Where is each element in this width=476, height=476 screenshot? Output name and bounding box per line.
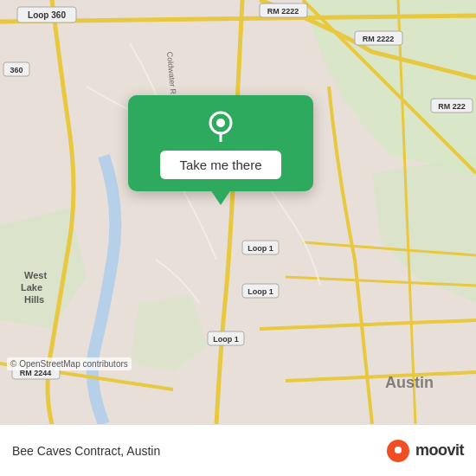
svg-text:Lake: Lake [21, 282, 42, 293]
moovit-pin-icon [386, 439, 410, 463]
svg-text:Loop 1: Loop 1 [248, 287, 273, 296]
moovit-logo: moovit [386, 439, 464, 463]
svg-text:Hills: Hills [24, 294, 44, 305]
bottom-bar: Bee Caves Contract, Austin moovit [0, 424, 476, 476]
svg-point-37 [395, 447, 402, 453]
svg-text:Austin: Austin [385, 374, 434, 391]
popup-card[interactable]: Take me there [128, 95, 313, 191]
map-container: Loop 360 RM 2222 RM 2222 RM 222 360 Loop… [0, 0, 476, 424]
svg-point-35 [216, 119, 225, 127]
take-me-there-button[interactable]: Take me there [160, 151, 280, 179]
moovit-text: moovit [415, 441, 464, 460]
svg-text:RM 222: RM 222 [438, 102, 466, 111]
svg-text:West: West [24, 270, 47, 280]
location-pin-icon [205, 111, 236, 142]
svg-text:Loop 360: Loop 360 [28, 10, 66, 20]
map-attribution: © OpenStreetMap contributors [7, 357, 132, 370]
svg-text:360: 360 [10, 66, 23, 74]
svg-text:Loop 1: Loop 1 [213, 335, 239, 344]
svg-text:RM 2222: RM 2222 [363, 35, 395, 43]
location-label: Bee Caves Contract, Austin [12, 444, 160, 458]
svg-text:Loop 1: Loop 1 [248, 244, 273, 253]
svg-text:RM 2222: RM 2222 [267, 7, 299, 16]
